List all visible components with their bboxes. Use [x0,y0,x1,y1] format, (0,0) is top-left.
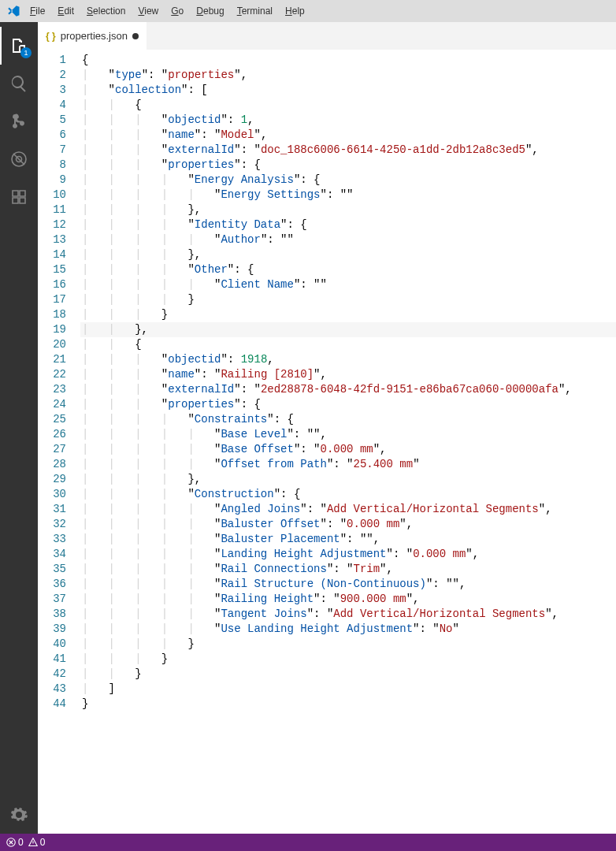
code-line[interactable]: | | | } [80,307,616,322]
explorer-badge: 1 [20,47,32,58]
code-line[interactable]: | | { [80,337,616,352]
code-line[interactable]: | | | | } [80,292,616,307]
code-line[interactable]: | | | | }, [80,203,616,217]
code-line[interactable]: | | | | | "Rail Connections": "Trim", [80,562,616,577]
vscode-logo-icon [3,4,24,18]
line-number-gutter: 1234567891011121314151617181920212223242… [38,50,80,834]
warnings-indicator[interactable]: 0 [28,837,46,848]
code-line[interactable]: | | | "name": "Railing [2810]", [80,367,616,382]
code-line[interactable]: | | | | | "Author": "" [80,232,616,247]
debug-icon[interactable] [0,140,38,178]
status-bar: 0 0 [0,834,616,851]
code-line[interactable]: | | | | | "Use Landing Height Adjustment… [80,622,616,637]
code-editor[interactable]: 1234567891011121314151617181920212223242… [38,50,616,834]
menu-view[interactable]: View [132,6,165,17]
menu-go[interactable]: Go [165,6,190,17]
code-line[interactable]: | | }, [80,322,616,337]
code-line[interactable]: | | | "externalId": "doc_188c6006-6614-4… [80,143,616,158]
menu-edit[interactable]: Edit [51,6,80,17]
code-line[interactable]: | | | | | "Energy Settings": "" [80,188,616,203]
menu-file[interactable]: File [24,6,51,17]
source-control-icon[interactable] [0,102,38,140]
code-line[interactable]: | | | | | "Baluster Placement": "", [80,532,616,547]
extensions-icon[interactable] [0,178,38,216]
code-line[interactable]: { [80,53,616,68]
code-line[interactable]: | | | | "Energy Analysis": { [80,173,616,188]
code-line[interactable]: | | | | | "Base Offset": "0.000 mm", [80,442,616,457]
tab-label: properties.json [61,30,128,42]
code-line[interactable]: | | | | | "Client Name": "" [80,277,616,292]
code-line[interactable]: | | | | | "Base Level": "", [80,427,616,442]
code-line[interactable]: | "type": "properties", [80,68,616,83]
warnings-count: 0 [40,837,46,848]
tab-properties-json[interactable]: { } properties.json [38,22,147,50]
explorer-icon[interactable]: 1 [0,27,38,65]
code-line[interactable]: | | | "objectid": 1, [80,113,616,128]
code-line[interactable]: | | | | "Constraints": { [80,412,616,427]
code-line[interactable]: | | | | }, [80,247,616,262]
code-line[interactable]: | | | "externalId": "2ed28878-6048-42fd-… [80,382,616,397]
menu-selection[interactable]: Selection [80,6,132,17]
code-line[interactable]: | | | "name": "Model", [80,128,616,143]
code-line[interactable]: } [80,697,616,712]
code-line[interactable]: | | | | | "Railing Height": "900.000 mm"… [80,592,616,607]
code-line[interactable]: | | | | "Construction": { [80,487,616,502]
code-line[interactable]: | | | | "Identity Data": { [80,217,616,232]
activity-bar: 1 [0,22,38,834]
settings-gear-icon[interactable] [0,796,38,834]
menu-help[interactable]: Help [279,6,311,17]
json-file-icon: { } [46,31,56,42]
code-line[interactable]: | "collection": [ [80,83,616,98]
code-line[interactable]: | | | | | "Landing Height Adjustment": "… [80,547,616,562]
code-line[interactable]: | | | | "Other": { [80,262,616,277]
editor-area: { } properties.json 12345678910111213141… [38,22,616,834]
code-line[interactable]: | | | "properties": { [80,158,616,173]
code-line[interactable]: | | } [80,667,616,682]
code-line[interactable]: | | | | }, [80,472,616,487]
code-line[interactable]: | | | | | "Angled Joins": "Add Vertical/… [80,502,616,517]
dirty-indicator-icon [132,33,139,39]
errors-indicator[interactable]: 0 [6,837,24,848]
menu-terminal[interactable]: Terminal [231,6,279,17]
code-line[interactable]: | | | | | "Tangent Joins": "Add Vertical… [80,607,616,622]
search-icon[interactable] [0,65,38,102]
errors-count: 0 [18,837,24,848]
code-content[interactable]: {| "type": "properties",| "collection": … [80,50,616,834]
code-line[interactable]: | | | | | "Offset from Path": "25.400 mm… [80,457,616,472]
code-line[interactable]: | | | | | "Baluster Offset": "0.000 mm", [80,517,616,532]
code-line[interactable]: | | | | | "Rail Structure (Non-Continuou… [80,577,616,592]
code-line[interactable]: | | | "properties": { [80,397,616,412]
code-line[interactable]: | ] [80,682,616,697]
tab-bar: { } properties.json [38,22,616,50]
menubar: FileEditSelectionViewGoDebugTerminalHelp [0,0,616,22]
code-line[interactable]: | | | } [80,652,616,667]
code-line[interactable]: | | | "objectid": 1918, [80,352,616,367]
menu-debug[interactable]: Debug [190,6,230,17]
code-line[interactable]: | | | | } [80,637,616,652]
code-line[interactable]: | | { [80,98,616,113]
